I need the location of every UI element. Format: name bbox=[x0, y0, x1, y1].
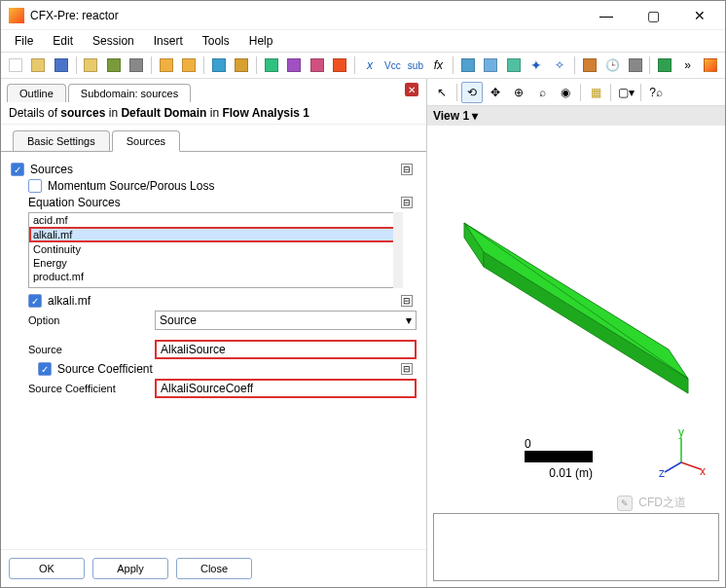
minimize-button[interactable]: — bbox=[589, 2, 624, 29]
list-item[interactable]: acid.mf bbox=[29, 213, 402, 227]
var-icon[interactable]: x bbox=[359, 55, 381, 76]
source-coeff-input[interactable]: AlkaliSourceCoeff bbox=[155, 379, 417, 398]
tree-icon[interactable] bbox=[81, 55, 102, 76]
mesh-icon[interactable] bbox=[208, 55, 230, 76]
momentum-checkbox[interactable] bbox=[28, 179, 42, 193]
close-button[interactable]: ✕ bbox=[682, 2, 717, 29]
sources-checkbox[interactable]: ✓ bbox=[11, 163, 24, 176]
plus-icon[interactable]: ✦ bbox=[526, 55, 548, 76]
view-mode-icon[interactable]: ▢▾ bbox=[615, 82, 636, 103]
svg-line-6 bbox=[665, 462, 681, 472]
list-item-selected[interactable]: alkali.mf bbox=[29, 227, 402, 242]
tab-sources[interactable]: Sources bbox=[112, 130, 180, 152]
clock-icon[interactable]: 🕒 bbox=[601, 55, 623, 76]
message-output bbox=[433, 513, 719, 581]
chevron-down-icon: ▾ bbox=[406, 313, 412, 327]
menu-session[interactable]: Session bbox=[85, 32, 142, 50]
watermark: ✎ CFD之道 bbox=[617, 495, 686, 511]
momentum-label: Momentum Source/Porous Loss bbox=[48, 179, 214, 193]
menu-tools[interactable]: Tools bbox=[195, 32, 237, 50]
tab-outline[interactable]: Outline bbox=[7, 84, 66, 102]
svg-line-3 bbox=[464, 223, 688, 379]
rotate-icon[interactable]: ⟲ bbox=[461, 82, 483, 103]
svg-marker-2 bbox=[484, 252, 688, 393]
menu-help[interactable]: Help bbox=[241, 32, 281, 50]
coeff-collapse-icon[interactable]: ⊟ bbox=[401, 363, 413, 375]
z-axis-label: z bbox=[659, 466, 665, 477]
camera-icon[interactable] bbox=[127, 55, 148, 76]
graph-icon[interactable] bbox=[457, 55, 479, 76]
list-item[interactable]: Energy bbox=[29, 256, 402, 270]
run-icon[interactable] bbox=[654, 55, 675, 76]
vcc-icon[interactable]: Vcc bbox=[382, 55, 404, 76]
watermark-icon: ✎ bbox=[617, 496, 633, 511]
zoom-in-icon[interactable]: ⊕ bbox=[508, 82, 529, 103]
y-axis-label: y bbox=[678, 428, 684, 439]
svg-line-5 bbox=[681, 462, 701, 469]
tab-subdomain[interactable]: Subdomain: sources bbox=[68, 84, 191, 102]
axis-triad: y x z bbox=[657, 428, 706, 480]
help-icon[interactable]: ?⌕ bbox=[645, 82, 667, 103]
settings-icon[interactable] bbox=[579, 55, 600, 76]
save-icon[interactable] bbox=[51, 55, 72, 76]
app-icon bbox=[9, 8, 24, 23]
new-icon[interactable] bbox=[5, 55, 26, 76]
fx-icon[interactable]: fx bbox=[428, 55, 450, 76]
more-icon[interactable]: » bbox=[677, 55, 699, 76]
menu-file[interactable]: File bbox=[7, 32, 41, 50]
apply-button[interactable]: Apply bbox=[92, 558, 168, 579]
close-dialog-button[interactable]: Close bbox=[176, 558, 252, 579]
sources-collapse-icon[interactable]: ⊟ bbox=[401, 164, 413, 175]
listbox-scrollbar[interactable] bbox=[393, 212, 403, 288]
alkali-checkbox[interactable]: ✓ bbox=[28, 294, 42, 308]
flame-icon[interactable] bbox=[330, 55, 351, 76]
main-toolbar: x Vcc sub fx ✦ ✧ 🕒 » bbox=[1, 52, 725, 79]
undo-icon[interactable] bbox=[156, 55, 177, 76]
fit-icon[interactable]: ◉ bbox=[555, 82, 576, 103]
redo-icon[interactable] bbox=[179, 55, 200, 76]
sources-label: Sources bbox=[30, 163, 73, 176]
source-coeff-label: Source Coefficient bbox=[28, 383, 155, 394]
point-icon[interactable]: ✧ bbox=[549, 55, 570, 76]
open-icon[interactable] bbox=[28, 55, 50, 76]
config-icon[interactable] bbox=[625, 55, 646, 76]
menu-bar: File Edit Session Insert Tools Help bbox=[1, 30, 725, 52]
tab-close-icon[interactable]: ✕ bbox=[405, 83, 418, 96]
sub-icon[interactable]: sub bbox=[405, 55, 426, 76]
eq-sources-collapse-icon[interactable]: ⊟ bbox=[401, 197, 413, 208]
alkali-collapse-icon[interactable]: ⊟ bbox=[401, 295, 413, 307]
iso-icon[interactable] bbox=[503, 55, 525, 76]
grid-icon[interactable] bbox=[103, 55, 125, 76]
select-icon[interactable]: ▦ bbox=[585, 82, 606, 103]
scale-bar: 0 0.01 (m) bbox=[525, 437, 593, 480]
solver-icon[interactable] bbox=[700, 55, 721, 76]
domain-icon[interactable] bbox=[261, 55, 282, 76]
maximize-button[interactable]: ▢ bbox=[635, 2, 671, 29]
viewer-toolbar: ↖ ⟲ ✥ ⊕ ⌕ ◉ ▦ ▢▾ ?⌕ bbox=[427, 79, 725, 106]
source-label: Source bbox=[28, 344, 155, 355]
box-icon[interactable] bbox=[232, 55, 253, 76]
source-coeff-checkbox[interactable]: ✓ bbox=[38, 362, 52, 376]
list-item[interactable]: product.mf bbox=[29, 270, 402, 283]
equation-sources-label: Equation Sources bbox=[28, 196, 121, 209]
cursor-icon[interactable]: ↖ bbox=[431, 82, 453, 103]
zoom-box-icon[interactable]: ⌕ bbox=[531, 82, 553, 103]
x-axis-label: x bbox=[700, 464, 706, 477]
flow-icon[interactable] bbox=[284, 55, 306, 76]
menu-insert[interactable]: Insert bbox=[146, 32, 191, 50]
thermal-icon[interactable] bbox=[307, 55, 328, 76]
list-item[interactable]: Continuity bbox=[29, 242, 402, 256]
alkali-label: alkali.mf bbox=[48, 294, 91, 308]
view-tab[interactable]: View 1 ▾ bbox=[433, 109, 478, 123]
source-input[interactable]: AlkaliSource bbox=[155, 340, 417, 359]
option-select[interactable]: Source▾ bbox=[155, 311, 417, 330]
plane-icon[interactable] bbox=[481, 55, 502, 76]
option-label: Option bbox=[28, 314, 155, 326]
window-title: CFX-Pre: reactor bbox=[30, 9, 589, 22]
viewport-3d[interactable]: 0 0.01 (m) y x z bbox=[427, 126, 725, 587]
equation-sources-listbox[interactable]: acid.mf alkali.mf Continuity Energy prod… bbox=[28, 212, 403, 288]
menu-edit[interactable]: Edit bbox=[45, 32, 81, 50]
ok-button[interactable]: OK bbox=[9, 558, 85, 579]
tab-basic-settings[interactable]: Basic Settings bbox=[13, 130, 110, 152]
pan-icon[interactable]: ✥ bbox=[485, 82, 506, 103]
